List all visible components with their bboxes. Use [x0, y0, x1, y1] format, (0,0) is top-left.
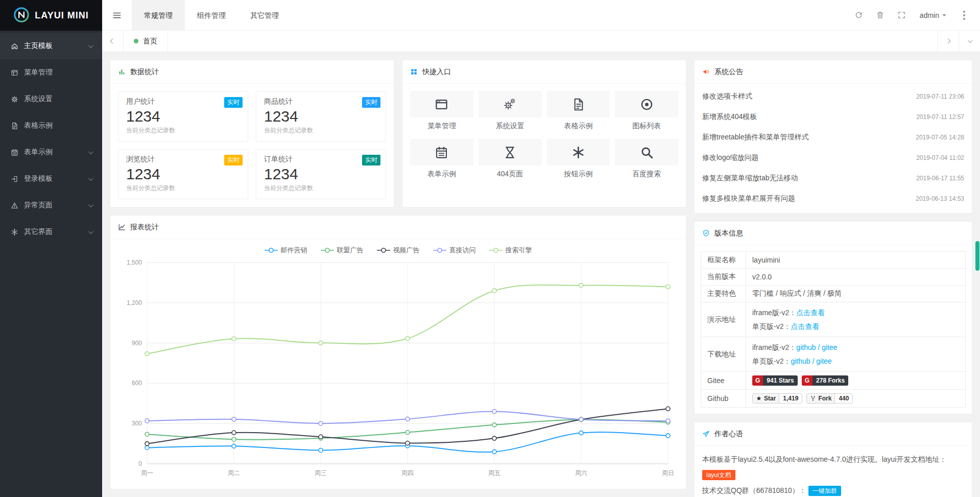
quick-entry-6[interactable]: 按钮示例 — [547, 139, 610, 179]
sidebar: LAYUI MINI 主页模板菜单管理系统设置表格示例表单示例登录模板异常页面其… — [0, 0, 102, 497]
legend-item-1[interactable]: 联盟广告 — [321, 246, 364, 255]
chevron-right-icon — [946, 39, 951, 44]
svg-text:周一: 周一 — [141, 469, 153, 477]
sidebar-item-label: 表单示例 — [24, 148, 53, 157]
announcement-time: 2019-07-05 14:28 — [916, 134, 964, 141]
legend-label: 搜索引擎 — [506, 246, 532, 255]
announcement-item-0[interactable]: 修改选项卡样式2019-07-11 23:06 — [702, 86, 964, 107]
sidebar-item-3[interactable]: 表格示例 — [0, 112, 102, 139]
top-cards-row: 数据统计 用户统计1234当前分类总记录数实时商品统计1234当前分类总记录数实… — [110, 60, 686, 207]
stat-value: 1234 — [126, 108, 240, 125]
announcement-time: 2019-07-11 12:57 — [916, 113, 964, 121]
header-tab-0[interactable]: 常规管理 — [132, 0, 185, 30]
card-title: 报表统计 — [130, 223, 159, 232]
sidebar-fold-button[interactable] — [102, 0, 132, 30]
more-menu-button[interactable] — [953, 0, 975, 31]
scrollbar-thumb[interactable] — [975, 241, 979, 271]
announcement-item-5[interactable]: 修复多模块菜单栏展开有问题2019-06-13 14:53 — [702, 188, 964, 209]
stat-label: 浏览统计 — [126, 155, 240, 164]
join-qq-group-badge[interactable]: 一键加群 — [808, 486, 841, 496]
text-link[interactable]: gitee — [822, 343, 837, 351]
header-tab-1[interactable]: 组件管理 — [185, 0, 238, 30]
legend-marker-icon — [433, 247, 446, 253]
realtime-badge: 实时 — [362, 97, 380, 108]
github-badge-count: 1,419 — [779, 394, 802, 403]
quick-entry-2[interactable]: 表格示例 — [547, 91, 610, 131]
gitee-badge-0[interactable]: G941 Stars — [752, 375, 798, 386]
announcement-item-4[interactable]: 修复左侧菜单缩放tab无法移动2019-06-17 11:55 — [702, 168, 964, 188]
header-nav-tabs: 常规管理组件管理其它管理 — [132, 0, 291, 30]
logo[interactable]: LAYUI MINI — [0, 0, 102, 31]
clear-cache-button[interactable] — [870, 0, 891, 31]
quick-entry-5[interactable]: 404页面 — [479, 139, 542, 179]
text-link[interactable]: github — [791, 357, 810, 365]
username: admin — [920, 11, 939, 19]
tab-home[interactable]: 首页 — [124, 31, 168, 52]
card-version-info: 版本信息 框架名称layuimini当前版本v2.0.0主要特色零门槛 / 响应… — [694, 221, 972, 414]
github-badge-0[interactable]: Star1,419 — [752, 393, 802, 404]
quick-entry-1[interactable]: 系统设置 — [479, 91, 542, 131]
search-icon — [615, 139, 678, 165]
announcement-time: 2019-06-13 14:53 — [916, 195, 964, 202]
announcement-time: 2019-07-11 23:06 — [916, 93, 964, 100]
refresh-button[interactable] — [848, 0, 870, 31]
file-icon — [547, 91, 610, 117]
main-area: 常规管理组件管理其它管理 admin 首页 — [102, 0, 980, 497]
text-link[interactable]: 点击查看 — [796, 309, 825, 317]
text-link[interactable]: github — [796, 343, 816, 351]
chevron-down-icon — [968, 38, 973, 43]
logo-icon — [13, 7, 30, 25]
home-icon — [10, 42, 18, 50]
user-menu[interactable]: admin — [913, 0, 953, 31]
layui-doc-badge[interactable]: layui文档 — [702, 470, 735, 480]
horn-icon — [702, 68, 710, 76]
legend-marker-icon — [489, 247, 503, 253]
quick-entry-label: 表单示例 — [410, 170, 473, 179]
legend-item-3[interactable]: 直接访问 — [433, 246, 476, 255]
announcement-item-3[interactable]: 修改logo缩放问题2019-07-04 11:02 — [702, 148, 964, 168]
tabs-scroll-left-button[interactable] — [102, 31, 124, 52]
announcement-item-2[interactable]: 新增treetable插件和菜单管理样式2019-07-05 14:28 — [702, 127, 964, 148]
fullscreen-button[interactable] — [891, 0, 913, 31]
window-icon — [410, 91, 473, 117]
sidebar-item-2[interactable]: 系统设置 — [0, 86, 102, 112]
sidebar-item-4[interactable]: 表单示例 — [0, 139, 102, 165]
quick-entry-4[interactable]: 表单示例 — [410, 139, 473, 179]
sidebar-item-label: 表格示例 — [24, 121, 53, 130]
quick-entry-7[interactable]: 百度搜索 — [615, 139, 678, 179]
stat-desc: 当前分类总记录数 — [264, 126, 378, 135]
quick-entry-0[interactable]: 菜单管理 — [410, 91, 473, 131]
announcement-item-1[interactable]: 新增系统404模板2019-07-11 12:57 — [702, 107, 964, 127]
main-content: 数据统计 用户统计1234当前分类总记录数实时商品统计1234当前分类总记录数实… — [102, 52, 980, 497]
header-tab-2[interactable]: 其它管理 — [238, 0, 291, 30]
tabs-scroll-right-button[interactable] — [937, 31, 959, 52]
version-table: 框架名称layuimini当前版本v2.0.0主要特色零门槛 / 响应式 / 清… — [701, 251, 966, 408]
legend-item-2[interactable]: 视频广告 — [377, 246, 420, 255]
bar-chart-icon — [118, 68, 126, 76]
card-header: 版本信息 — [695, 222, 972, 245]
link-prefix: 单页版-v2： — [752, 357, 791, 365]
stat-desc: 当前分类总记录数 — [126, 126, 240, 135]
gitee-badge-1[interactable]: G278 Forks — [802, 375, 848, 386]
legend-marker-icon — [377, 247, 390, 253]
card-quick-entry: 快捷入口 菜单管理系统设置表格示例图标列表表单示例404页面按钮示例百度搜索 — [402, 60, 686, 207]
text-link[interactable]: 点击查看 — [791, 322, 819, 330]
app-title: LAYUI MINI — [35, 10, 88, 21]
sidebar-item-5[interactable]: 登录模板 — [0, 165, 102, 192]
text-link[interactable]: gitee — [816, 357, 831, 365]
legend-item-0[interactable]: 邮件营销 — [265, 246, 307, 255]
top-header: 常规管理组件管理其它管理 admin — [102, 0, 980, 31]
card-title: 系统公告 — [714, 67, 743, 77]
link-prefix: iframe版-v2： — [752, 309, 796, 317]
quick-entry-3[interactable]: 图标列表 — [615, 91, 678, 131]
tabs-menu-button[interactable] — [959, 31, 980, 52]
announcement-list: 修改选项卡样式2019-07-11 23:06新增系统404模板2019-07-… — [695, 84, 972, 213]
stat-label: 商品统计 — [264, 97, 378, 106]
sidebar-item-6[interactable]: 异常页面 — [0, 192, 102, 219]
legend-item-4[interactable]: 搜索引擎 — [489, 246, 532, 255]
sidebar-item-0[interactable]: 主页模板 — [0, 33, 102, 59]
active-tab-dot-icon — [134, 39, 138, 43]
github-badge-1[interactable]: Fork440 — [806, 393, 853, 404]
sidebar-item-1[interactable]: 菜单管理 — [0, 59, 102, 86]
sidebar-item-7[interactable]: 其它界面 — [0, 219, 102, 245]
